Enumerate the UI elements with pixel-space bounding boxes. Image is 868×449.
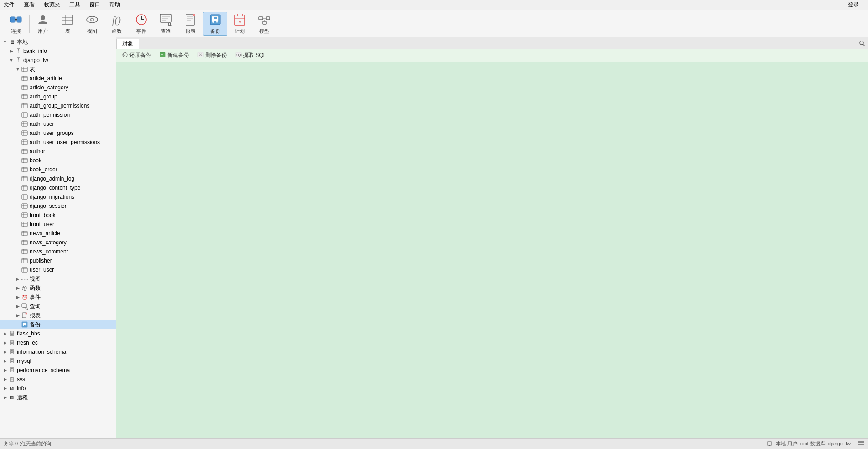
menu-favorites[interactable]: 收藏夹 [42,0,62,10]
svg-rect-72 [22,158,27,163]
svg-rect-37 [259,17,263,20]
menu-help[interactable]: 帮助 [108,0,122,10]
db-icon-info-schema: 🗄 [8,348,16,356]
toolbar-report-label: 报表 [186,28,196,35]
table-item-book-order[interactable]: book_order [0,165,116,174]
svg-rect-81 [22,186,27,190]
table-item-book[interactable]: book [0,156,116,165]
main-layout: ▼ 🖥 本地 ▶ 🗄 bank_info ▼ 🗄 django_fw ▼ [0,37,868,438]
toolbar-connect[interactable]: 连接 [4,12,28,36]
queries-folder-arrow: ▶ [15,303,21,310]
toolbar-function[interactable]: f() 函数 [104,12,129,36]
table-item-user-user[interactable]: user_user [0,265,116,274]
toolbar-query[interactable]: 查询 [154,12,178,36]
table-item-django-migrations[interactable]: django_migrations [0,192,116,201]
functions-label: 函数 [30,284,41,292]
sidebar-item-info[interactable]: ▶ 🖥 info [0,384,116,393]
toolbar-view[interactable]: 视图 [80,12,104,36]
plan-icon: 15 [232,12,247,27]
sidebar-item-flask-bbs[interactable]: ▶ 🗄 flask_bbs [0,329,116,338]
sidebar-folder-backup[interactable]: 备份 [0,320,116,329]
sidebar-folder-views[interactable]: ▶ ∞∞ 视图 [0,274,116,284]
table-item-front-user[interactable]: front_user [0,220,116,229]
toolbar-plan[interactable]: 15 计划 [227,12,252,36]
table-item-auth-group-permissions[interactable]: auth_group_permissions [0,101,116,110]
local-arrow: ▼ [2,39,8,45]
table-item-auth-user[interactable]: auth_user [0,119,116,129]
table-item-news-comment[interactable]: news_comment [0,247,116,256]
toolbar-user[interactable]: 用户 [31,12,55,36]
svg-point-120 [26,325,26,326]
menu-file[interactable]: 文件 [2,0,16,10]
flask-bbs-label: flask_bbs [17,330,40,337]
toolbar-table[interactable]: 表 [55,12,80,36]
table-item-publisher[interactable]: publisher [0,256,116,265]
svg-point-11 [91,19,93,21]
table-item-auth-group[interactable]: auth_group [0,92,116,101]
sidebar-item-fresh-ec[interactable]: ▶ 🗄 fresh_ec [0,338,116,347]
toolbar-connect-label: 连接 [11,28,21,35]
svg-point-113 [26,307,27,309]
sidebar-remote[interactable]: ▶ 🖥 远程 [0,393,116,402]
sidebar-item-mysql[interactable]: ▶ 🗄 mysql [0,356,116,366]
toolbar-report[interactable]: 报表 [178,12,203,36]
bank-info-label: bank_info [23,48,47,54]
restore-backup-button[interactable]: 还原备份 [118,50,155,61]
sidebar-item-information-schema[interactable]: ▶ 🗄 information_schema [0,347,116,356]
toolbar-model[interactable]: 模型 [252,12,277,36]
svg-text:f(): f() [112,15,121,26]
sidebar-folder-reports[interactable]: ▶ 报表 [0,311,116,320]
table-item-auth-permission[interactable]: auth_permission [0,110,116,119]
new-backup-button[interactable]: + 新建备份 [156,50,193,61]
menu-window[interactable]: 窗口 [88,0,102,10]
sidebar-folder-table[interactable]: ▼ 表 [0,65,116,74]
table-item-django-content-type[interactable]: django_content_type [0,183,116,192]
delete-backup-label: 删除备份 [205,52,227,59]
tab-object[interactable]: 对象 [116,39,139,49]
svg-rect-0 [10,17,15,22]
mysql-arrow: ▶ [2,358,8,364]
new-backup-label: 新建备份 [167,52,189,59]
table-row-icon-22 [21,266,28,274]
table-row-icon-15 [21,202,28,210]
svg-rect-137 [861,444,864,445]
table-item-article-article[interactable]: article_article [0,74,116,83]
table-item-author[interactable]: author [0,147,116,156]
table-item-news-category[interactable]: news_category [0,238,116,247]
menu-tools[interactable]: 工具 [67,0,82,10]
table-item-article-category[interactable]: article_category [0,83,116,92]
sidebar-folder-functions[interactable]: ▶ f() 函数 [0,284,116,293]
extract-sql-button[interactable]: SQL 提取 SQL [232,50,270,61]
table-item-front-book[interactable]: front_book [0,211,116,220]
search-icon-right[interactable] [856,39,868,49]
table-item-django-admin-log[interactable]: django_admin_log [0,174,116,183]
table-icon [60,12,75,27]
menu-login[interactable]: 登录 [846,0,861,10]
table-folder-arrow: ▼ [15,66,21,72]
menu-view[interactable]: 查看 [22,0,36,10]
table-item-news-article[interactable]: news_article [0,229,116,238]
table-item-auth-user-groups[interactable]: auth_user_groups [0,129,116,138]
sidebar-folder-events[interactable]: ▶ ⏰ 事件 [0,293,116,302]
table-item-django-session[interactable]: django_session [0,201,116,211]
sidebar-item-sys[interactable]: ▶ 🗄 sys [0,375,116,384]
toolbar-event[interactable]: 事件 [129,12,154,36]
views-label: 视图 [30,275,41,283]
delete-backup-button[interactable]: 删除备份 [194,50,231,61]
svg-point-29 [212,21,214,23]
sidebar-folder-queries[interactable]: ▶ 查询 [0,302,116,311]
remote-label: 远程 [17,394,28,402]
sidebar-item-django-fw[interactable]: ▼ 🗄 django_fw [0,56,116,65]
sidebar-local[interactable]: ▼ 🖥 本地 [0,37,116,46]
table-name-front-book: front_book [30,212,56,218]
table-item-auth-user-user-permissions[interactable]: auth_user_user_permissions [0,138,116,147]
view-icon [85,12,99,27]
sidebar-item-performance-schema[interactable]: ▶ 🗄 performance_schema [0,366,116,375]
svg-rect-22 [186,14,194,25]
tab-bar: 对象 [116,37,868,49]
sidebar-item-bank-info[interactable]: ▶ 🗄 bank_info [0,46,116,56]
db-icon-sys: 🗄 [8,376,16,383]
toolbar-backup[interactable]: 备份 [203,12,227,36]
status-right: 本地 用户: root 数据库: django_fw [767,440,864,447]
svg-rect-93 [22,222,27,227]
